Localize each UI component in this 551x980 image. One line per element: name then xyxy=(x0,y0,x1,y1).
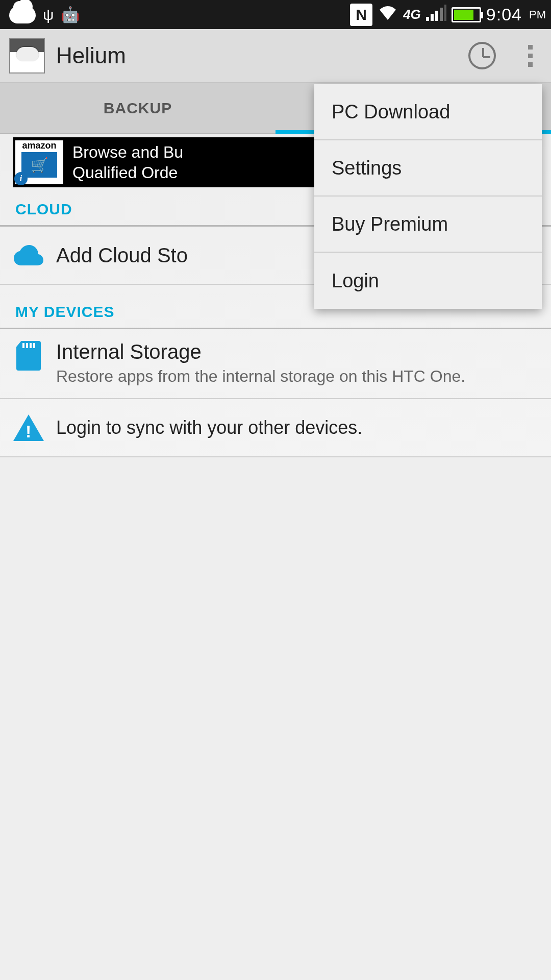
app-title: Helium xyxy=(56,43,126,68)
usb-icon: ψ xyxy=(43,6,54,23)
menu-item-settings[interactable]: Settings xyxy=(314,140,542,197)
login-sync-item[interactable]: Login to sync with your other devices. xyxy=(0,399,551,457)
amazon-logo-icon: amazon 🛒 i xyxy=(15,140,63,184)
svg-rect-3 xyxy=(440,8,443,21)
svg-rect-0 xyxy=(426,17,429,21)
sd-card-icon xyxy=(13,340,44,371)
network-type-icon: 4G xyxy=(403,7,421,22)
ad-text: Browse and Bu Qualified Orde xyxy=(65,142,183,183)
status-bar: ψ 🤖 N 4G 9:04 PM xyxy=(0,0,551,29)
list-item-title: Login to sync with your other devices. xyxy=(56,417,538,438)
warning-icon xyxy=(13,412,44,443)
internal-storage-item[interactable]: Internal Storage Restore apps from the i… xyxy=(0,329,551,399)
overflow-menu: PC Download Settings Buy Premium Login xyxy=(314,84,542,309)
android-icon: 🤖 xyxy=(61,6,80,23)
svg-rect-1 xyxy=(431,14,434,21)
svg-rect-2 xyxy=(435,11,438,21)
menu-item-login[interactable]: Login xyxy=(314,253,542,309)
battery-charging-icon xyxy=(452,7,481,22)
svg-rect-4 xyxy=(444,5,446,21)
status-time-ampm: PM xyxy=(529,8,546,21)
list-item-subtitle: Restore apps from the internal storage o… xyxy=(56,365,538,387)
status-time: 9:04 xyxy=(486,5,522,24)
cart-icon: 🛒 xyxy=(21,152,57,178)
cloud-icon xyxy=(13,240,44,271)
ad-info-icon[interactable]: i xyxy=(14,172,28,185)
list-item-title: Internal Storage xyxy=(56,340,538,363)
menu-item-buy-premium[interactable]: Buy Premium xyxy=(314,197,542,253)
app-icon xyxy=(9,38,45,74)
menu-item-pc-download[interactable]: PC Download xyxy=(314,84,542,140)
amazon-logo-text: amazon xyxy=(22,140,56,151)
action-bar: Helium xyxy=(0,29,551,83)
overflow-menu-button[interactable] xyxy=(521,45,542,67)
tab-backup[interactable]: BACKUP xyxy=(0,83,276,133)
history-icon[interactable] xyxy=(468,42,496,69)
wifi-icon xyxy=(378,5,398,24)
cloud-notification-icon xyxy=(9,6,36,23)
signal-icon xyxy=(426,5,446,24)
nfc-icon: N xyxy=(350,4,372,26)
